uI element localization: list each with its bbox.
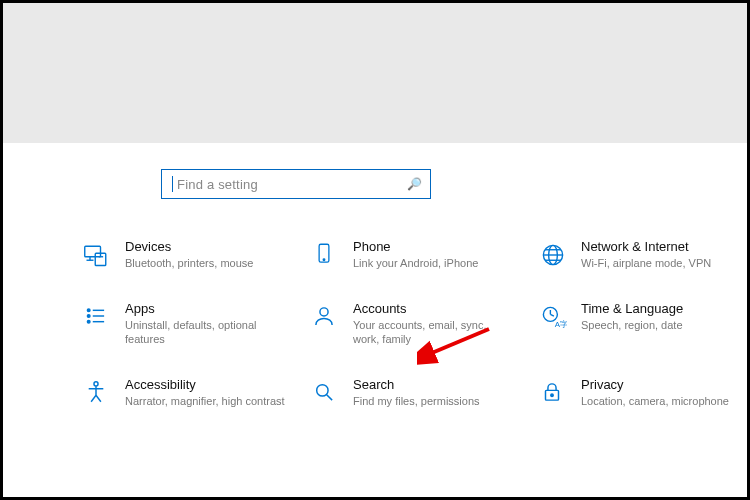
tile-privacy[interactable]: Privacy Location, camera, microphone [539,377,749,409]
search-placeholder: Find a setting [177,177,407,192]
svg-rect-0 [85,246,101,257]
tile-desc: Location, camera, microphone [581,395,729,409]
tile-time-language[interactable]: A字 Time & Language Speech, region, date [539,301,749,347]
tile-desc: Bluetooth, printers, mouse [125,257,253,271]
tile-phone[interactable]: Phone Link your Android, iPhone [311,239,521,271]
svg-point-12 [87,309,90,312]
header-banner [3,3,747,143]
tile-title: Time & Language [581,301,683,317]
tile-desc: Speech, region, date [581,319,683,333]
globe-icon [539,241,569,269]
tile-network[interactable]: Network & Internet Wi-Fi, airplane mode,… [539,239,749,271]
settings-grid-container: Find a setting 🔍 Devices Bluetooth, prin… [3,143,747,409]
tile-title: Network & Internet [581,239,711,255]
svg-point-23 [94,382,98,386]
person-icon [311,303,341,329]
svg-point-6 [323,259,325,261]
tile-desc: Your accounts, email, sync, work, family [353,319,513,347]
svg-line-29 [326,394,332,400]
search-icon: 🔍 [407,177,422,191]
tile-title: Devices [125,239,253,255]
svg-point-16 [87,320,90,323]
time-language-icon: A字 [539,303,569,331]
svg-line-21 [550,314,554,316]
tile-desc: Find my files, permissions [353,395,480,409]
tile-apps[interactable]: Apps Uninstall, defaults, optional featu… [83,301,293,347]
apps-icon [83,303,113,329]
tile-title: Phone [353,239,478,255]
phone-icon [311,241,341,267]
search-row: Find a setting 🔍 [161,169,679,199]
svg-point-28 [317,384,328,395]
svg-point-18 [320,308,328,316]
tile-desc: Uninstall, defaults, optional features [125,319,285,347]
search-input[interactable]: Find a setting 🔍 [161,169,431,199]
lock-icon [539,379,569,405]
text-cursor [172,176,173,192]
devices-icon [83,241,113,269]
svg-text:A字: A字 [555,320,567,329]
tile-title: Apps [125,301,285,317]
accessibility-icon [83,379,113,405]
tile-accounts[interactable]: Accounts Your accounts, email, sync, wor… [311,301,521,347]
tile-title: Search [353,377,480,393]
tile-desc: Narrator, magnifier, high contrast [125,395,285,409]
svg-line-27 [96,395,101,402]
tile-title: Accessibility [125,377,285,393]
magnifier-icon [311,379,341,405]
svg-point-14 [87,315,90,318]
svg-point-31 [551,394,553,396]
settings-grid: Devices Bluetooth, printers, mouse Phone… [83,239,679,409]
tile-search[interactable]: Search Find my files, permissions [311,377,521,409]
tile-desc: Link your Android, iPhone [353,257,478,271]
tile-desc: Wi-Fi, airplane mode, VPN [581,257,711,271]
tile-title: Privacy [581,377,729,393]
tile-devices[interactable]: Devices Bluetooth, printers, mouse [83,239,293,271]
tile-accessibility[interactable]: Accessibility Narrator, magnifier, high … [83,377,293,409]
svg-line-26 [91,395,96,402]
tile-title: Accounts [353,301,513,317]
